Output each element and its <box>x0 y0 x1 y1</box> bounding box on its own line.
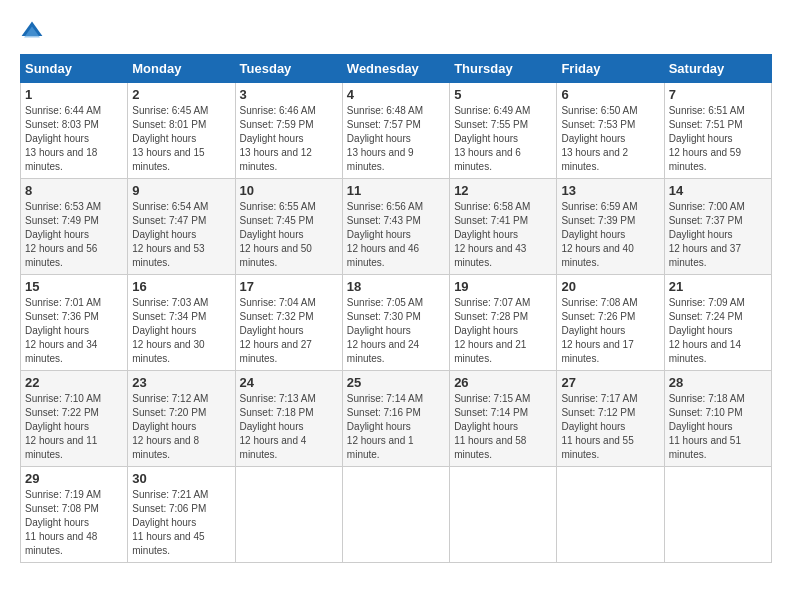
day-number: 16 <box>132 279 230 294</box>
calendar-cell: 17 Sunrise: 7:04 AM Sunset: 7:32 PM Dayl… <box>235 275 342 371</box>
calendar-cell: 4 Sunrise: 6:48 AM Sunset: 7:57 PM Dayli… <box>342 83 449 179</box>
day-info: Sunrise: 6:55 AM Sunset: 7:45 PM Dayligh… <box>240 200 338 270</box>
calendar-cell: 30 Sunrise: 7:21 AM Sunset: 7:06 PM Dayl… <box>128 467 235 563</box>
weekday-header-row: SundayMondayTuesdayWednesdayThursdayFrid… <box>21 55 772 83</box>
calendar-cell: 19 Sunrise: 7:07 AM Sunset: 7:28 PM Dayl… <box>450 275 557 371</box>
day-number: 1 <box>25 87 123 102</box>
calendar-cell: 24 Sunrise: 7:13 AM Sunset: 7:18 PM Dayl… <box>235 371 342 467</box>
weekday-header-sunday: Sunday <box>21 55 128 83</box>
day-info: Sunrise: 6:45 AM Sunset: 8:01 PM Dayligh… <box>132 104 230 174</box>
day-number: 19 <box>454 279 552 294</box>
calendar-cell: 9 Sunrise: 6:54 AM Sunset: 7:47 PM Dayli… <box>128 179 235 275</box>
day-info: Sunrise: 6:54 AM Sunset: 7:47 PM Dayligh… <box>132 200 230 270</box>
logo-icon <box>20 20 44 44</box>
day-number: 21 <box>669 279 767 294</box>
day-number: 7 <box>669 87 767 102</box>
weekday-header-wednesday: Wednesday <box>342 55 449 83</box>
day-number: 9 <box>132 183 230 198</box>
calendar-cell: 16 Sunrise: 7:03 AM Sunset: 7:34 PM Dayl… <box>128 275 235 371</box>
day-number: 28 <box>669 375 767 390</box>
day-info: Sunrise: 6:46 AM Sunset: 7:59 PM Dayligh… <box>240 104 338 174</box>
day-number: 26 <box>454 375 552 390</box>
week-row-3: 15 Sunrise: 7:01 AM Sunset: 7:36 PM Dayl… <box>21 275 772 371</box>
day-info: Sunrise: 6:53 AM Sunset: 7:49 PM Dayligh… <box>25 200 123 270</box>
calendar-cell: 18 Sunrise: 7:05 AM Sunset: 7:30 PM Dayl… <box>342 275 449 371</box>
day-info: Sunrise: 7:18 AM Sunset: 7:10 PM Dayligh… <box>669 392 767 462</box>
day-number: 27 <box>561 375 659 390</box>
calendar-cell: 10 Sunrise: 6:55 AM Sunset: 7:45 PM Dayl… <box>235 179 342 275</box>
day-info: Sunrise: 7:04 AM Sunset: 7:32 PM Dayligh… <box>240 296 338 366</box>
day-info: Sunrise: 7:12 AM Sunset: 7:20 PM Dayligh… <box>132 392 230 462</box>
day-number: 6 <box>561 87 659 102</box>
weekday-header-saturday: Saturday <box>664 55 771 83</box>
day-info: Sunrise: 7:08 AM Sunset: 7:26 PM Dayligh… <box>561 296 659 366</box>
weekday-header-monday: Monday <box>128 55 235 83</box>
calendar-cell: 11 Sunrise: 6:56 AM Sunset: 7:43 PM Dayl… <box>342 179 449 275</box>
weekday-header-tuesday: Tuesday <box>235 55 342 83</box>
week-row-1: 1 Sunrise: 6:44 AM Sunset: 8:03 PM Dayli… <box>21 83 772 179</box>
day-number: 23 <box>132 375 230 390</box>
day-number: 14 <box>669 183 767 198</box>
day-number: 5 <box>454 87 552 102</box>
day-number: 25 <box>347 375 445 390</box>
day-number: 4 <box>347 87 445 102</box>
calendar-cell: 14 Sunrise: 7:00 AM Sunset: 7:37 PM Dayl… <box>664 179 771 275</box>
day-number: 10 <box>240 183 338 198</box>
calendar-cell: 22 Sunrise: 7:10 AM Sunset: 7:22 PM Dayl… <box>21 371 128 467</box>
day-info: Sunrise: 7:19 AM Sunset: 7:08 PM Dayligh… <box>25 488 123 558</box>
calendar-cell: 20 Sunrise: 7:08 AM Sunset: 7:26 PM Dayl… <box>557 275 664 371</box>
day-number: 8 <box>25 183 123 198</box>
calendar-cell: 5 Sunrise: 6:49 AM Sunset: 7:55 PM Dayli… <box>450 83 557 179</box>
day-number: 2 <box>132 87 230 102</box>
day-info: Sunrise: 7:10 AM Sunset: 7:22 PM Dayligh… <box>25 392 123 462</box>
day-info: Sunrise: 6:51 AM Sunset: 7:51 PM Dayligh… <box>669 104 767 174</box>
day-number: 11 <box>347 183 445 198</box>
calendar-cell: 29 Sunrise: 7:19 AM Sunset: 7:08 PM Dayl… <box>21 467 128 563</box>
day-info: Sunrise: 7:15 AM Sunset: 7:14 PM Dayligh… <box>454 392 552 462</box>
day-info: Sunrise: 7:00 AM Sunset: 7:37 PM Dayligh… <box>669 200 767 270</box>
calendar-cell <box>342 467 449 563</box>
calendar-cell: 7 Sunrise: 6:51 AM Sunset: 7:51 PM Dayli… <box>664 83 771 179</box>
day-info: Sunrise: 7:05 AM Sunset: 7:30 PM Dayligh… <box>347 296 445 366</box>
calendar-cell: 21 Sunrise: 7:09 AM Sunset: 7:24 PM Dayl… <box>664 275 771 371</box>
calendar-cell <box>450 467 557 563</box>
calendar-table: SundayMondayTuesdayWednesdayThursdayFrid… <box>20 54 772 563</box>
day-info: Sunrise: 6:48 AM Sunset: 7:57 PM Dayligh… <box>347 104 445 174</box>
day-number: 18 <box>347 279 445 294</box>
day-info: Sunrise: 7:03 AM Sunset: 7:34 PM Dayligh… <box>132 296 230 366</box>
day-number: 20 <box>561 279 659 294</box>
day-info: Sunrise: 7:13 AM Sunset: 7:18 PM Dayligh… <box>240 392 338 462</box>
calendar-cell: 15 Sunrise: 7:01 AM Sunset: 7:36 PM Dayl… <box>21 275 128 371</box>
calendar-cell: 1 Sunrise: 6:44 AM Sunset: 8:03 PM Dayli… <box>21 83 128 179</box>
weekday-header-friday: Friday <box>557 55 664 83</box>
day-info: Sunrise: 7:01 AM Sunset: 7:36 PM Dayligh… <box>25 296 123 366</box>
day-number: 22 <box>25 375 123 390</box>
day-number: 24 <box>240 375 338 390</box>
calendar-cell: 3 Sunrise: 6:46 AM Sunset: 7:59 PM Dayli… <box>235 83 342 179</box>
day-info: Sunrise: 7:14 AM Sunset: 7:16 PM Dayligh… <box>347 392 445 462</box>
weekday-header-thursday: Thursday <box>450 55 557 83</box>
day-info: Sunrise: 6:56 AM Sunset: 7:43 PM Dayligh… <box>347 200 445 270</box>
calendar-cell <box>557 467 664 563</box>
calendar-cell: 8 Sunrise: 6:53 AM Sunset: 7:49 PM Dayli… <box>21 179 128 275</box>
day-number: 13 <box>561 183 659 198</box>
day-info: Sunrise: 6:50 AM Sunset: 7:53 PM Dayligh… <box>561 104 659 174</box>
calendar-cell: 27 Sunrise: 7:17 AM Sunset: 7:12 PM Dayl… <box>557 371 664 467</box>
week-row-4: 22 Sunrise: 7:10 AM Sunset: 7:22 PM Dayl… <box>21 371 772 467</box>
week-row-5: 29 Sunrise: 7:19 AM Sunset: 7:08 PM Dayl… <box>21 467 772 563</box>
calendar-cell: 28 Sunrise: 7:18 AM Sunset: 7:10 PM Dayl… <box>664 371 771 467</box>
day-info: Sunrise: 6:59 AM Sunset: 7:39 PM Dayligh… <box>561 200 659 270</box>
day-info: Sunrise: 7:07 AM Sunset: 7:28 PM Dayligh… <box>454 296 552 366</box>
day-info: Sunrise: 6:44 AM Sunset: 8:03 PM Dayligh… <box>25 104 123 174</box>
calendar-cell: 23 Sunrise: 7:12 AM Sunset: 7:20 PM Dayl… <box>128 371 235 467</box>
day-number: 3 <box>240 87 338 102</box>
day-info: Sunrise: 7:17 AM Sunset: 7:12 PM Dayligh… <box>561 392 659 462</box>
calendar-cell: 26 Sunrise: 7:15 AM Sunset: 7:14 PM Dayl… <box>450 371 557 467</box>
day-number: 17 <box>240 279 338 294</box>
calendar-cell: 12 Sunrise: 6:58 AM Sunset: 7:41 PM Dayl… <box>450 179 557 275</box>
day-number: 12 <box>454 183 552 198</box>
logo <box>20 20 48 44</box>
day-number: 15 <box>25 279 123 294</box>
day-info: Sunrise: 7:09 AM Sunset: 7:24 PM Dayligh… <box>669 296 767 366</box>
day-info: Sunrise: 6:49 AM Sunset: 7:55 PM Dayligh… <box>454 104 552 174</box>
